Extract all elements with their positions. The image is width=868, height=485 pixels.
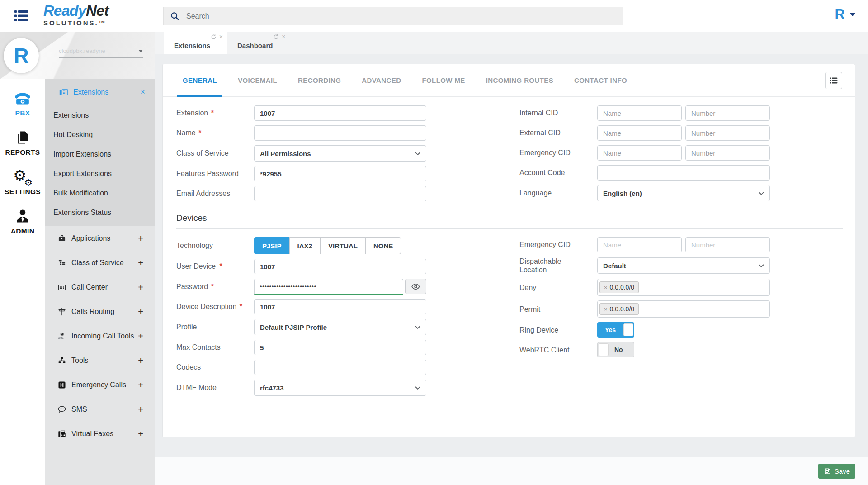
user-menu-button[interactable]: R — [835, 6, 855, 23]
list-view-button[interactable] — [825, 72, 842, 89]
nav-pbx[interactable]: PBX — [0, 89, 45, 117]
close-icon[interactable]: × — [282, 34, 285, 40]
menu-icon[interactable] — [14, 10, 29, 23]
submenu-group-sms[interactable]: SMS + — [45, 397, 155, 422]
copy-icon — [15, 128, 30, 147]
emergency-cid-number-input[interactable] — [685, 145, 770, 161]
password-reveal-button[interactable] — [405, 279, 426, 294]
submenu-group-emergency-calls[interactable]: Emergency Calls + — [45, 373, 155, 397]
email-addresses-input[interactable] — [254, 186, 426, 201]
chevron-down-icon — [415, 152, 420, 155]
save-label: Save — [835, 467, 850, 475]
expand-icon[interactable]: + — [138, 307, 143, 317]
expand-icon[interactable]: + — [138, 429, 143, 439]
name-input[interactable] — [254, 125, 426, 141]
required-mark: * — [240, 303, 242, 310]
submenu-group-virtual-faxes[interactable]: Virtual Faxes + — [45, 422, 155, 446]
nav-admin[interactable]: ADMIN — [0, 207, 45, 235]
technology-pjsip-button[interactable]: PJSIP — [254, 237, 290, 254]
user-device-input[interactable] — [254, 259, 426, 274]
profile-select[interactable]: Default PJSIP Profile — [254, 319, 426, 335]
internal-cid-number-input[interactable] — [685, 105, 770, 121]
technology-label: Technology — [176, 241, 254, 250]
submenu-group-label: Incoming Call Tools — [71, 332, 138, 340]
submenu-group-calls-routing[interactable]: Calls Routing + — [45, 300, 155, 324]
device-password-input[interactable] — [254, 279, 403, 295]
select-value: All Permissions — [260, 150, 311, 157]
fax-icon — [57, 429, 67, 439]
remove-icon[interactable]: × — [604, 284, 608, 291]
emergency-cid-name-input[interactable] — [597, 145, 682, 161]
external-cid-number-input[interactable] — [685, 125, 770, 141]
close-icon[interactable]: × — [140, 87, 145, 97]
features-password-input[interactable] — [254, 166, 426, 181]
domain-select[interactable]: cloudpbx.readyne — [59, 48, 143, 58]
sms-bubble-icon — [57, 405, 67, 414]
nav-reports[interactable]: REPORTS — [0, 128, 45, 157]
secondary-nav: Extensions × Extensions Hot Desking Impo… — [45, 79, 155, 485]
external-cid-name-input[interactable] — [597, 125, 682, 141]
tab-label: Extensions — [174, 42, 210, 54]
tab-contact-info[interactable]: CONTACT INFO — [574, 64, 627, 96]
tab-follow-me[interactable]: FOLLOW ME — [422, 64, 465, 96]
tab-incoming-routes[interactable]: INCOMING ROUTES — [486, 64, 553, 96]
extension-input[interactable] — [254, 105, 426, 121]
required-mark: * — [211, 283, 214, 290]
deny-label: Deny — [519, 283, 597, 292]
account-code-input[interactable] — [597, 165, 770, 181]
close-icon[interactable]: × — [219, 34, 223, 40]
max-contacts-input[interactable] — [254, 340, 426, 355]
internal-cid-name-input[interactable] — [597, 105, 682, 121]
language-select[interactable]: English (en) — [597, 185, 770, 201]
permit-input[interactable]: ×0.0.0.0/0 — [597, 300, 770, 318]
submenu-group-applications[interactable]: Applications + — [45, 226, 155, 251]
search-input[interactable] — [186, 12, 623, 20]
remove-icon[interactable]: × — [604, 306, 608, 313]
expand-icon[interactable]: + — [138, 258, 143, 268]
codecs-input[interactable] — [254, 360, 426, 375]
form-tabs: GENERAL VOICEMAIL RECORDING ADVANCED FOL… — [163, 64, 855, 97]
submenu-item-bulk-modification[interactable]: Bulk Modification — [45, 183, 155, 203]
submenu-item-export-extensions[interactable]: Export Extensions — [45, 164, 155, 183]
submenu-group-call-center[interactable]: Call Center + — [45, 275, 155, 300]
expand-icon[interactable]: + — [138, 282, 143, 293]
submenu-group-tools[interactable]: Tools + — [45, 348, 155, 373]
refresh-icon[interactable] — [273, 34, 279, 40]
footer-bar: Save — [155, 457, 868, 485]
technology-iax2-button[interactable]: IAX2 — [289, 237, 321, 254]
permit-chip: ×0.0.0.0/0 — [599, 303, 639, 315]
expand-icon[interactable]: + — [138, 380, 143, 390]
class-of-service-select[interactable]: All Permissions — [254, 145, 426, 162]
dispatchable-location-select[interactable]: Default — [597, 257, 770, 274]
device-description-input[interactable] — [254, 299, 426, 314]
ring-device-toggle[interactable]: Yes — [597, 322, 634, 338]
submenu-item-import-extensions[interactable]: Import Extensions — [45, 144, 155, 164]
tab-voicemail[interactable]: VOICEMAIL — [238, 64, 277, 96]
tab-dashboard[interactable]: × Dashboard — [227, 32, 290, 54]
save-button[interactable]: Save — [818, 464, 855, 479]
dtmf-mode-select[interactable]: rfc4733 — [254, 380, 426, 396]
expand-icon[interactable]: + — [138, 404, 143, 415]
submenu-item-extensions[interactable]: Extensions — [45, 105, 155, 125]
features-password-label: Features Password — [176, 169, 254, 178]
tab-recording[interactable]: RECORDING — [298, 64, 341, 96]
refresh-icon[interactable] — [211, 34, 217, 40]
submenu-item-hot-desking[interactable]: Hot Desking — [45, 125, 155, 144]
technology-virtual-button[interactable]: VIRTUAL — [320, 237, 366, 254]
submenu-item-extensions-status[interactable]: Extensions Status — [45, 203, 155, 222]
webrtc-client-toggle[interactable]: No — [597, 342, 634, 357]
deny-input[interactable]: ×0.0.0.0/0 — [597, 279, 770, 296]
tab-advanced[interactable]: ADVANCED — [362, 64, 401, 96]
submenu-group-class-of-service[interactable]: Class of Service + — [45, 251, 155, 275]
technology-none-button[interactable]: NONE — [365, 237, 401, 254]
submenu-group-incoming-call-tools[interactable]: Incoming Call Tools + — [45, 324, 155, 348]
nav-settings[interactable]: ⚙⚙ SETTINGS — [0, 168, 45, 196]
device-emergency-cid-number-input[interactable] — [685, 237, 770, 252]
device-emergency-cid-name-input[interactable] — [597, 237, 682, 252]
account-code-label: Account Code — [519, 168, 597, 177]
tab-general[interactable]: GENERAL — [183, 64, 217, 96]
tab-extensions[interactable]: × Extensions — [164, 32, 227, 54]
expand-icon[interactable]: + — [138, 233, 143, 244]
expand-icon[interactable]: + — [138, 331, 143, 342]
expand-icon[interactable]: + — [138, 356, 143, 366]
